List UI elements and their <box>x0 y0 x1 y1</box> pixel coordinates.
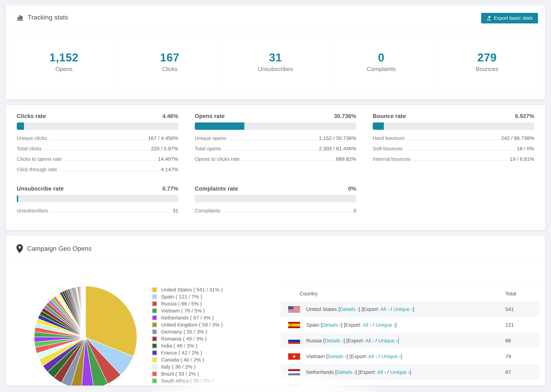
country-cell: Vietnam [Details ›] [Export: All › / Uni… <box>306 354 402 359</box>
legend-label: Netherlands ( 67 / 4% ) <box>161 315 214 321</box>
stat-value: 31 <box>269 51 282 64</box>
metric-label: Clicks to opens rate <box>17 156 62 162</box>
export-unique-link[interactable]: Unique › <box>378 338 398 343</box>
dotted-leader <box>229 139 316 140</box>
country-cell: Spain [Details ›] [Export: All › / Uniqu… <box>306 322 397 328</box>
export-unique-link[interactable]: Unique › <box>390 369 410 375</box>
details-link[interactable]: Details › <box>325 338 343 343</box>
progress-bar <box>373 122 534 130</box>
metric-value: 220 / 5.87% <box>151 146 178 152</box>
metric-label: Soft bounces <box>373 146 403 152</box>
legend-item-france: France ( 42 / 2% ) <box>152 349 223 356</box>
legend-label: United States ( 541 / 31% ) <box>161 287 223 293</box>
pie-legend: United States ( 541 / 31% )Spain ( 121 /… <box>152 286 223 384</box>
stat-value: 1,152 <box>49 51 78 64</box>
legend-item-south-africa: South Africa ( 29 / 2% ) <box>152 377 223 384</box>
total-cell: 121 <box>505 322 540 328</box>
details-link[interactable]: Details › <box>337 369 355 375</box>
stat-label: Clicks <box>162 66 177 72</box>
legend-label: France ( 42 / 2% ) <box>161 350 202 356</box>
details-link[interactable]: Details › <box>328 354 346 359</box>
rate-panel-bounce-rate: Bounce rate6.927%Hard bounces242 / 86.73… <box>373 113 534 172</box>
export-all-link[interactable]: All › <box>365 338 374 343</box>
tracking-stats-header: Tracking stats Export basic stats <box>6 5 545 28</box>
geo-opens-table: Country Total United States [Details ›] … <box>281 286 540 386</box>
metric-value: 4.147% <box>161 167 178 172</box>
geo-opens-card: Campaign Geo Opens United States ( 541 /… <box>6 236 545 386</box>
metric-value: 167 / 4.456% <box>148 135 178 141</box>
legend-label: Brazil ( 33 / 2% ) <box>161 371 199 377</box>
table-row-vietnam: Vietnam [Details ›] [Export: All › / Uni… <box>281 349 540 364</box>
stat-box-complaints: 0Complaints <box>329 33 434 90</box>
legend-color-swatch <box>152 371 157 377</box>
export-all-link[interactable]: All › <box>377 369 386 375</box>
export-unique-link[interactable]: Unique › <box>393 306 413 312</box>
metric-label: Internal bounces <box>373 156 411 162</box>
flag-vn-icon <box>288 353 300 360</box>
legend-item-united-kingdom: United Kingdom ( 59 / 3% ) <box>152 321 223 328</box>
legend-item-united-states: United States ( 541 / 31% ) <box>152 286 223 293</box>
export-basic-stats-button[interactable]: Export basic stats <box>481 13 538 23</box>
legend-color-swatch <box>152 294 157 300</box>
flag-us-icon <box>288 306 300 313</box>
rate-panel-opens-rate: Opens rate30.736%Unique opens1,152 / 30.… <box>195 113 356 172</box>
details-link[interactable]: Details › <box>340 306 359 312</box>
rate-title: Unsubscribe rate <box>17 185 64 192</box>
progress-bar <box>195 195 356 202</box>
progress-bar <box>17 195 178 202</box>
stat-value: 167 <box>160 51 179 64</box>
stat-label: Complaints <box>367 66 396 72</box>
legend-item-india: India ( 46 / 3% ) <box>152 342 223 349</box>
legend-color-swatch <box>152 301 157 307</box>
details-link[interactable]: Details › <box>346 385 364 386</box>
legend-color-swatch <box>152 357 157 363</box>
rate-metric-row: Total clicks220 / 5.87% <box>17 146 178 152</box>
geo-opens-pie-chart[interactable] <box>33 285 138 386</box>
rate-metric-row: Unique clicks167 / 4.456% <box>17 135 178 141</box>
legend-item-russia: Russia ( 86 / 5% ) <box>152 300 223 307</box>
dotted-leader <box>49 139 146 140</box>
stat-label: Unsubscribes <box>258 66 293 72</box>
stat-box-bounces: 279Bounces <box>434 33 540 90</box>
legend-label: Romania ( 49 / 3% ) <box>161 336 207 342</box>
legend-item-spain: Spain ( 121 / 7% ) <box>152 293 223 300</box>
dotted-leader <box>242 160 333 161</box>
legend-color-swatch <box>152 336 157 342</box>
rate-title: Opens rate <box>195 113 225 119</box>
rate-metric-row: Unique opens1,152 / 30.736% <box>195 135 356 141</box>
metric-value: 242 / 86.738% <box>501 135 534 141</box>
export-icon <box>486 15 491 21</box>
legend-color-swatch <box>152 343 157 349</box>
export-unique-link[interactable]: Unique › <box>399 385 418 386</box>
export-all-link[interactable]: All › <box>380 306 389 312</box>
total-cell: 541 <box>505 306 540 312</box>
export-all-link[interactable]: All › <box>386 385 395 386</box>
rate-title: Complaints rate <box>195 185 238 192</box>
export-unique-link[interactable]: Unique › <box>381 354 401 359</box>
stat-box-clicks: 167Clicks <box>117 33 223 90</box>
legend-item-vietnam: Vietnam ( 79 / 5% ) <box>152 307 223 314</box>
table-row-spain: Spain [Details ›] [Export: All › / Uniqu… <box>281 317 540 333</box>
legend-item-romania: Romania ( 49 / 3% ) <box>152 335 223 342</box>
legend-color-swatch <box>152 315 157 321</box>
metric-label: Opens to clicks rate <box>195 156 240 162</box>
rate-metric-row: Internal bounces19 / 6.81% <box>373 156 534 162</box>
legend-item-germany: Germany ( 55 / 3% ) <box>152 328 223 335</box>
rates-grid: Clicks rate4.46%Unique clicks167 / 4.456… <box>6 105 545 222</box>
dotted-leader <box>413 160 507 161</box>
legend-label: Spain ( 121 / 7% ) <box>161 294 202 300</box>
metric-label: Unsubscribes <box>17 208 48 214</box>
legend-label: Russia ( 86 / 5% ) <box>161 301 202 307</box>
legend-label: Canada ( 40 / 2% ) <box>161 357 204 363</box>
export-unique-link[interactable]: Unique › <box>376 322 395 328</box>
export-all-link[interactable]: All › <box>363 322 372 328</box>
metric-value: 18 / 0% <box>517 146 534 152</box>
stat-value: 0 <box>378 51 384 64</box>
legend-item-canada: Canada ( 40 / 2% ) <box>152 356 223 363</box>
stat-box-opens: 1,152Opens <box>11 33 117 90</box>
rate-metric-row: Complaints0 <box>195 208 356 214</box>
stat-value: 279 <box>477 51 497 64</box>
details-link[interactable]: Details › <box>322 322 341 328</box>
metric-label: Unique opens <box>195 135 226 141</box>
export-all-link[interactable]: All › <box>368 354 377 359</box>
